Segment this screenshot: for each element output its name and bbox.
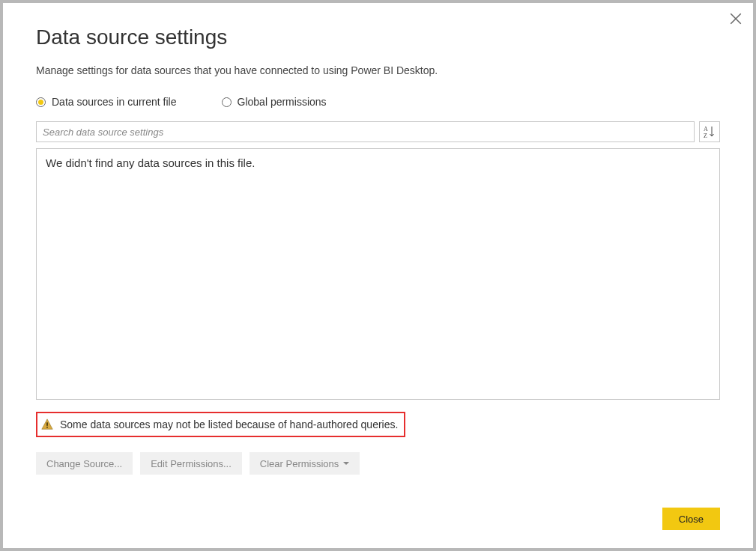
data-source-settings-dialog: Data source settings Manage settings for… [3,3,753,548]
radio-dot-icon [36,97,46,107]
svg-text:Z: Z [704,133,707,138]
action-button-row: Change Source... Edit Permissions... Cle… [36,452,720,475]
close-button[interactable]: Close [662,508,720,530]
radio-current-file-label: Data sources in current file [52,96,177,108]
svg-text:A: A [704,126,708,133]
edit-permissions-button[interactable]: Edit Permissions... [140,452,242,475]
radio-global-permissions[interactable]: Global permissions [222,96,327,108]
clear-permissions-label: Clear Permissions [260,458,339,469]
chevron-down-icon [343,462,349,465]
warning-text: Some data sources may not be listed beca… [60,418,398,430]
sort-az-icon: A Z [704,125,716,138]
change-source-button[interactable]: Change Source... [36,452,133,475]
list-empty-message: We didn't find any data sources in this … [46,156,255,169]
data-source-list: We didn't find any data sources in this … [36,148,720,400]
close-icon[interactable] [729,12,743,25]
radio-dot-icon [222,97,232,107]
scope-radio-group: Data sources in current file Global perm… [36,96,720,108]
dialog-subtitle: Manage settings for data sources that yo… [36,64,720,76]
warning-icon [40,418,54,431]
sort-button[interactable]: A Z [699,121,720,142]
dialog-title: Data source settings [36,25,720,49]
warning-banner: Some data sources may not be listed beca… [36,412,405,437]
radio-global-label: Global permissions [238,96,327,108]
svg-rect-3 [46,427,48,428]
search-row: A Z [36,121,720,142]
dialog-footer: Close [36,508,720,533]
search-input[interactable] [36,121,695,142]
svg-rect-2 [46,422,48,426]
radio-current-file[interactable]: Data sources in current file [36,96,177,108]
clear-permissions-button[interactable]: Clear Permissions [250,452,360,475]
